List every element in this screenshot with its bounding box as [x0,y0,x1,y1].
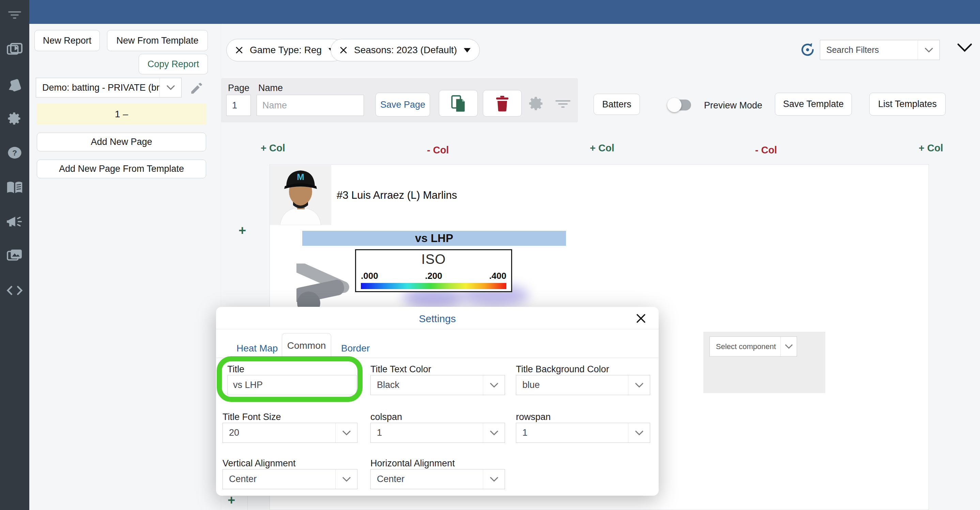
horizontal-alignment-select[interactable]: Center [371,469,505,489]
legend-title: ISO [356,252,511,267]
select-component-value: Select component [710,337,780,356]
save-page-button[interactable]: Save Page [375,93,430,116]
empty-component-cell: Select component [703,332,825,393]
title-font-size-select[interactable]: 20 [223,423,358,443]
copy-report-button[interactable]: Copy Report [139,54,208,74]
settings-gear-icon[interactable] [0,108,29,129]
cards-icon[interactable] [0,74,29,95]
add-new-page-from-template-button[interactable]: Add New Page From Template [37,159,206,178]
chip-remove-icon[interactable] [340,46,347,54]
filter-chip-seasons[interactable]: Seasons: 2023 (Default) [331,39,480,61]
colspan-value: 1 [371,423,483,443]
code-icon[interactable] [0,280,29,301]
rowspan-value: 1 [516,423,628,443]
list-templates-button[interactable]: List Templates [869,93,946,116]
copy-page-icon [450,95,466,112]
search-filters-value: Search Filters [820,40,918,60]
svg-text:?: ? [12,148,17,157]
help-icon[interactable]: ? [0,142,29,163]
title-text-color-label: Title Text Color [371,364,431,375]
title-field-label: Title [227,364,244,375]
title-bg-color-label: Title Background Color [516,364,609,375]
filter-history-icon[interactable] [799,41,816,59]
title-text-color-value: Black [371,375,483,395]
rowspan-select[interactable]: 1 [516,423,650,443]
vertical-alignment-select[interactable]: Center [223,469,358,489]
player-name-cell[interactable]: #3 Luis Arraez (L) Marlins [337,189,457,201]
chevron-down-icon [780,337,797,356]
filter-chip-game-type[interactable]: Game Type: Reg [226,39,345,61]
name-label: Name [258,83,283,93]
remove-col-button[interactable]: - Col [427,145,449,156]
chip-remove-icon[interactable] [235,46,243,54]
horizontal-alignment-value: Center [371,469,483,489]
page-filter-icon[interactable] [555,100,570,108]
remove-col-button[interactable]: - Col [755,145,777,156]
add-col-button[interactable]: + Col [919,142,943,154]
toggle-knob [667,98,681,112]
video-library-icon[interactable] [0,40,29,60]
add-new-page-button[interactable]: Add New Page [37,132,206,151]
title-bg-color-select[interactable]: blue [516,375,650,395]
batters-button[interactable]: Batters [593,94,640,115]
iso-legend: ISO .000 .200 .400 [355,249,512,292]
legend-tick: .200 [425,271,442,281]
page-number-input[interactable] [226,95,251,116]
chevron-down-icon [628,423,650,443]
chevron-down-icon [483,423,505,443]
book-icon[interactable] [0,177,29,198]
horizontal-alignment-label: Horizontal Alignment [371,458,455,469]
close-icon[interactable] [635,313,646,324]
vertical-alignment-label: Vertical Alignment [223,458,296,469]
edit-pencil-icon[interactable] [189,81,204,97]
new-from-template-button[interactable]: New From Template [107,30,208,51]
chevron-down-icon [628,375,650,395]
modal-title: Settings [216,313,659,325]
page-list-item[interactable]: 1 – [37,104,206,124]
collapse-filters-icon[interactable] [957,43,972,54]
add-col-button[interactable]: + Col [261,142,285,154]
delete-page-button[interactable] [483,90,522,116]
title-font-size-value: 20 [223,423,335,443]
legend-tick: .400 [489,271,506,281]
select-component-dropdown[interactable]: Select component [710,336,797,357]
title-font-size-label: Title Font Size [223,412,281,422]
search-filters-select[interactable]: Search Filters [820,40,940,60]
chevron-down-icon [335,423,357,443]
legend-gradient-bar [361,283,506,289]
page-name-input[interactable] [256,95,364,116]
copy-page-button[interactable] [439,90,478,116]
add-col-button[interactable]: + Col [590,142,614,154]
image-library-icon[interactable] [0,245,29,266]
tab-common[interactable]: Common [282,333,331,358]
player-headshot: M [270,165,331,225]
add-row-button[interactable]: + [239,223,246,238]
chevron-down-icon [159,78,181,97]
megaphone-icon[interactable] [0,211,29,232]
page-settings-gear-icon[interactable] [528,96,544,115]
title-input[interactable] [227,375,357,395]
colspan-label: colspan [371,412,402,422]
chevron-down-icon [483,375,505,395]
tab-border[interactable]: Border [341,343,370,354]
chip-label: Seasons: 2023 (Default) [354,45,457,56]
chevron-down-icon [483,469,505,489]
icon-sidebar: ? [0,0,29,510]
trash-icon [495,95,509,112]
chip-dropdown-icon[interactable] [464,48,471,53]
report-select-value: Demo: batting - PRIVATE (brad… [36,78,159,97]
rowspan-label: rowspan [516,412,550,422]
settings-modal: Settings Heat Map Common Border Title Ti… [216,307,659,496]
tab-heat-map[interactable]: Heat Map [237,343,278,354]
preview-mode-label: Preview Mode [704,100,762,111]
filter-menu-icon[interactable] [0,5,29,25]
preview-mode-toggle[interactable] [669,100,691,110]
save-template-button[interactable]: Save Template [775,93,852,116]
report-select[interactable]: Demo: batting - PRIVATE (brad… [36,78,181,97]
chevron-down-icon [918,40,939,60]
banner-cell[interactable]: vs LHP [302,231,566,246]
chip-label: Game Type: Reg [250,45,322,56]
colspan-select[interactable]: 1 [371,423,505,443]
title-text-color-select[interactable]: Black [371,375,505,395]
new-report-button[interactable]: New Report [34,30,100,51]
